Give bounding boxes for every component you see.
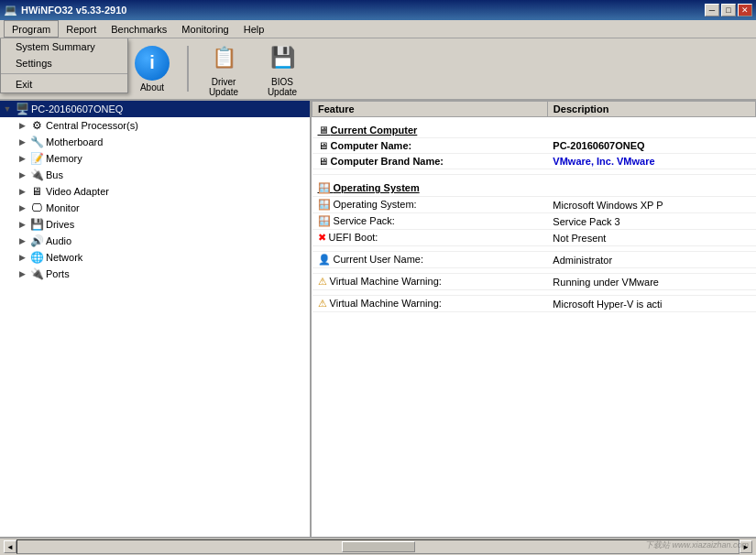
menu-system-summary[interactable]: System Summary [1, 38, 127, 55]
tree-panel: ▼ 🖥️ PC-20160607ONEQ ▶ ⚙ Central Process… [0, 101, 312, 537]
menu-separator [1, 73, 127, 74]
root-icon: 🖥️ [15, 102, 29, 116]
tree-item-drives[interactable]: ▶ 💾 Drives [0, 216, 310, 233]
bus-label: Bus [46, 169, 63, 180]
app-icon: 💻 [4, 4, 17, 16]
feature-uefi: ✖ UEFI Boot: [312, 230, 548, 246]
ports-icon: 🔌 [29, 267, 44, 281]
title-bar: 💻 HWiNFO32 v5.33-2910 ─ □ ✕ [0, 0, 756, 20]
minimize-button[interactable]: ─ [705, 4, 719, 16]
scroll-left-button[interactable]: ◄ [4, 540, 16, 553]
tree-root[interactable]: ▼ 🖥️ PC-20160607ONEQ [0, 101, 310, 117]
value-brand-name: VMware, Inc. VMware [547, 154, 755, 169]
os-icon: 🪟 [318, 199, 334, 210]
tree-item-memory[interactable]: ▶ 📝 Memory [0, 150, 310, 167]
table-row: 🪟 Service Pack: Service Pack 3 [312, 213, 756, 230]
drives-label: Drives [46, 219, 74, 230]
audio-icon: 🔊 [29, 234, 44, 248]
mb-icon: 🔧 [29, 135, 44, 149]
section-os: 🪟 Operating System [312, 175, 756, 197]
menu-monitoring[interactable]: Monitoring [174, 20, 236, 38]
menu-exit[interactable]: Exit [1, 76, 127, 92]
tree-item-monitor[interactable]: ▶ 🖵 Monitor [0, 200, 310, 216]
mem-expand-icon[interactable]: ▶ [15, 151, 29, 166]
value-user: Administrator [547, 252, 755, 268]
program-dropdown: System Summary Settings Exit [0, 38, 128, 93]
feature-vm-warning-2: ⚠ Virtual Machine Warning: [312, 296, 548, 312]
audio-label: Audio [46, 235, 71, 246]
tree-item-bus[interactable]: ▶ 🔌 Bus [0, 167, 310, 183]
value-computer-name: PC-20160607ONEQ [547, 138, 755, 154]
table-row: 👤 Current User Name: Administrator [312, 252, 756, 268]
value-uefi: Not Present [547, 230, 755, 246]
computer-name-icon: 🖥 [318, 140, 331, 151]
tree-item-audio[interactable]: ▶ 🔊 Audio [0, 233, 310, 249]
watermark: 下载站 www.xiazaizhan.com [645, 539, 749, 551]
bios-update-button[interactable]: 💾 BIOS Update [255, 42, 310, 95]
root-expand-icon[interactable]: ▼ [0, 102, 15, 116]
monitor-label: Monitor [46, 202, 80, 213]
table-row: 🪟 Operating System: Microsoft Windows XP… [312, 197, 756, 213]
value-vm-warning-2: Microsoft Hyper-V is acti [547, 296, 755, 312]
menu-settings[interactable]: Settings [1, 55, 127, 71]
menu-program[interactable]: Program [4, 20, 59, 38]
os-header: Operating System [334, 182, 420, 193]
menu-help[interactable]: Help [236, 20, 272, 38]
monitor-expand-icon[interactable]: ▶ [15, 201, 29, 215]
col-description: Description [547, 102, 755, 117]
vm-warning-1-icon: ⚠ [318, 276, 330, 287]
feature-vm-warning-1: ⚠ Virtual Machine Warning: [312, 274, 548, 290]
horizontal-scrollbar[interactable] [16, 539, 740, 554]
status-bar: ◄ ► [0, 537, 756, 555]
video-label: Video Adapter [46, 186, 109, 197]
section-current-computer: 🖥 Current Computer [312, 117, 756, 138]
value-vm-warning-1: Running under VMware [547, 274, 755, 290]
network-expand-icon[interactable]: ▶ [15, 250, 29, 265]
close-button[interactable]: ✕ [738, 4, 752, 16]
drives-icon: 💾 [29, 217, 44, 232]
driver-update-button[interactable]: 📋 Driver Update [196, 42, 251, 95]
about-button[interactable]: i About [125, 42, 180, 95]
feature-computer-name: 🖥 Computer Name: [312, 138, 548, 154]
audio-expand-icon[interactable]: ▶ [15, 234, 29, 248]
menu-benchmarks[interactable]: Benchmarks [104, 20, 174, 38]
feature-sp: 🪟 Service Pack: [312, 213, 548, 230]
sp-icon: 🪟 [318, 215, 334, 226]
video-expand-icon[interactable]: ▶ [15, 184, 29, 199]
table-row: ✖ UEFI Boot: Not Present [312, 230, 756, 246]
right-panel: Feature Description 🖥 Current Computer [312, 101, 756, 537]
maximize-button[interactable]: □ [721, 4, 736, 16]
table-row: ⚠ Virtual Machine Warning: Microsoft Hyp… [312, 296, 756, 312]
feature-brand-name: 🖥 Computer Brand Name: [312, 154, 548, 169]
bios-update-icon: 💾 [264, 40, 301, 75]
current-computer-icon: 🖥 [318, 125, 331, 136]
toolbar-separator [187, 46, 189, 92]
drives-expand-icon[interactable]: ▶ [15, 217, 29, 232]
tree-item-motherboard[interactable]: ▶ 🔧 Motherboard [0, 134, 310, 150]
cpu-icon: ⚙ [29, 118, 44, 133]
network-icon: 🌐 [29, 250, 44, 265]
menu-bar: Program Report Benchmarks Monitoring Hel… [0, 20, 756, 38]
cpu-expand-icon[interactable]: ▶ [15, 118, 29, 133]
tree-item-ports[interactable]: ▶ 🔌 Ports [0, 266, 310, 282]
mb-label: Motherboard [46, 136, 103, 147]
user-icon: 👤 [318, 254, 334, 265]
mem-icon: 📝 [29, 151, 44, 166]
vm-warning-2-icon: ⚠ [318, 298, 330, 309]
network-label: Network [46, 252, 82, 263]
value-os: Microsoft Windows XP P [547, 197, 755, 213]
tree-item-network[interactable]: ▶ 🌐 Network [0, 249, 310, 266]
os-section-icon: 🪟 [318, 182, 334, 193]
menu-report[interactable]: Report [59, 20, 104, 38]
bus-expand-icon[interactable]: ▶ [15, 168, 29, 182]
scroll-thumb[interactable] [342, 541, 415, 552]
about-icon: i [134, 45, 170, 81]
ports-label: Ports [46, 268, 70, 279]
ports-expand-icon[interactable]: ▶ [15, 267, 29, 281]
current-computer-header: Current Computer [331, 125, 418, 136]
tree-item-video[interactable]: ▶ 🖥 Video Adapter [0, 183, 310, 200]
bios-update-label: BIOS Update [257, 77, 307, 97]
bus-icon: 🔌 [29, 168, 44, 182]
tree-item-cpu[interactable]: ▶ ⚙ Central Processor(s) [0, 117, 310, 134]
mb-expand-icon[interactable]: ▶ [15, 135, 29, 149]
